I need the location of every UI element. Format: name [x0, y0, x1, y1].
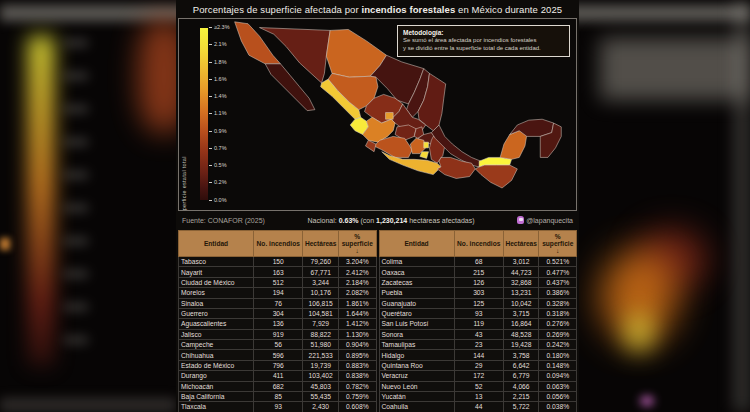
- cell-pct: 3.204%: [338, 257, 376, 267]
- cell-pct: 0.904%: [338, 340, 376, 350]
- cell-pct: 1.412%: [338, 319, 376, 329]
- cell-hec: 19,428: [503, 340, 539, 350]
- colorbar-axis-label: % de la superficie estatal total: [181, 156, 187, 211]
- colorbar-gradient: [200, 28, 208, 200]
- table-row: Coahuila445,7220.038%: [379, 402, 577, 412]
- cell-pct: 0.437%: [539, 277, 577, 287]
- cell-inc: 596: [254, 350, 303, 360]
- cell-ent: Yucatán: [379, 391, 454, 401]
- cell-inc: 682: [254, 381, 303, 391]
- backdrop-blur-map-red: [636, 228, 708, 290]
- cell-ent: Guanajuato: [379, 298, 454, 308]
- cell-hec: 2,215: [503, 391, 539, 401]
- table-row: Colima683,0120.521%: [379, 257, 577, 267]
- cell-hec: 3,012: [503, 257, 539, 267]
- table-row: Nayarit16367,7712.412%: [179, 267, 377, 277]
- backdrop-blur-header-dot: [0, 238, 10, 250]
- mastodon-icon: [517, 216, 524, 224]
- state-edomex: [410, 138, 425, 153]
- national-suffix: hectáreas afectadas): [407, 217, 474, 224]
- cell-hec: 32,868: [503, 277, 539, 287]
- cell-hec: 221,533: [303, 350, 339, 360]
- cell-inc: 144: [454, 350, 503, 360]
- cell-ent: Sonora: [379, 329, 454, 339]
- cell-inc: 172: [454, 371, 503, 381]
- cell-inc: 512: [254, 277, 303, 287]
- cell-ent: Tamaulipas: [379, 340, 454, 350]
- cell-hec: 19,739: [303, 360, 339, 370]
- cell-pct: 1.130%: [338, 329, 376, 339]
- table-row: Guanajuato12510,0420.328%: [379, 298, 577, 308]
- cell-pct: 0.148%: [539, 360, 577, 370]
- cell-ent: Chihuahua: [179, 350, 254, 360]
- table-row: Tlaxcala932,4300.608%: [179, 402, 377, 412]
- backdrop-blur-credit-dot: [640, 396, 654, 406]
- backdrop-blur-ticks: [64, 40, 88, 370]
- states-table-right: EntidadNo. incendiosHectáreas% superfici…: [379, 230, 578, 412]
- table-header-row: EntidadNo. incendiosHectáreas% superfici…: [179, 231, 377, 257]
- cell-inc: 29: [454, 360, 503, 370]
- states-table-left: EntidadNo. incendiosHectáreas% superfici…: [178, 230, 377, 412]
- national-summary: Nacional: 0.63% (con 1,230,214 hectáreas…: [265, 217, 517, 224]
- screenshot-stage: Porcentajes de superficie afectada por i…: [0, 0, 750, 412]
- backdrop-blur-footer: [0, 398, 176, 412]
- cell-pct: 0.056%: [539, 391, 577, 401]
- table-row: Estado de México79619,7390.883%: [179, 360, 377, 370]
- state-baja-california-sur: [265, 64, 315, 111]
- cell-inc: 76: [254, 298, 303, 308]
- column-header-hectareas: Hectáreas: [503, 231, 539, 257]
- cell-hec: 103,402: [303, 371, 339, 381]
- cell-ent: Michoacán: [179, 381, 254, 391]
- cell-hec: 48,528: [503, 329, 539, 339]
- cell-ent: San Luis Potosí: [379, 319, 454, 329]
- table-row: Chihuahua596221,5330.895%: [179, 350, 377, 360]
- column-header-superficie[interactable]: % superficie ↓: [539, 231, 577, 257]
- cell-pct: 1.644%: [338, 308, 376, 318]
- cell-hec: 3,758: [503, 350, 539, 360]
- cell-pct: 0.038%: [539, 402, 577, 412]
- cell-ent: Tabasco: [179, 257, 254, 267]
- table-row: Oaxaca21544,7230.477%: [379, 267, 577, 277]
- title-suffix: en México durante 2025: [455, 4, 562, 15]
- cell-inc: 93: [454, 308, 503, 318]
- table-row: Jalisco91988,8221.130%: [179, 329, 377, 339]
- cell-pct: 0.838%: [338, 371, 376, 381]
- cell-pct: 0.521%: [539, 257, 577, 267]
- cell-inc: 85: [254, 391, 303, 401]
- cell-pct: 0.759%: [338, 391, 376, 401]
- backdrop-blur-map-yellow: [624, 312, 654, 352]
- cell-pct: 0.318%: [539, 308, 577, 318]
- backdrop-blur-method-box: [600, 38, 750, 100]
- cell-inc: 56: [254, 340, 303, 350]
- table-row: Querétaro933,7150.318%: [379, 308, 577, 318]
- cell-pct: 2.184%: [338, 277, 376, 287]
- national-percentage: 0.63%: [339, 217, 359, 224]
- cell-hec: 3,244: [303, 277, 339, 287]
- cell-pct: 0.883%: [338, 360, 376, 370]
- cell-inc: 215: [454, 267, 503, 277]
- source-label: Fuente: CONAFOR (2025): [182, 217, 265, 224]
- cell-inc: 43: [454, 329, 503, 339]
- national-mid: (con: [359, 217, 377, 224]
- backdrop-blur-right-band: [734, 0, 750, 412]
- cell-inc: 126: [454, 277, 503, 287]
- page-title: Porcentajes de superficie afectada por i…: [176, 0, 579, 15]
- column-header-superficie[interactable]: % superficie ↓: [338, 231, 376, 257]
- cell-pct: 0.328%: [539, 298, 577, 308]
- cell-inc: 163: [254, 267, 303, 277]
- title-bold: incendios forestales: [361, 4, 455, 15]
- national-hectares: 1,230,214: [376, 217, 407, 224]
- cell-hec: 6,779: [503, 371, 539, 381]
- methodology-box: Metodología: Se sumó el área afectada po…: [397, 25, 570, 57]
- cell-pct: 0.276%: [539, 319, 577, 329]
- table-row: Michoacán68245,8030.782%: [179, 381, 377, 391]
- cell-hec: 51,980: [303, 340, 339, 350]
- table-row: Zacatecas12632,8680.437%: [379, 277, 577, 287]
- table-row: Yucatán132,2150.056%: [379, 391, 577, 401]
- methodology-heading: Metodología:: [403, 29, 564, 36]
- cell-ent: Durango: [179, 371, 254, 381]
- national-prefix: Nacional:: [308, 217, 339, 224]
- table-row: Baja California8555,4350.759%: [179, 391, 377, 401]
- table-row: Campeche5651,9800.904%: [179, 340, 377, 350]
- state-campeche: [500, 131, 527, 160]
